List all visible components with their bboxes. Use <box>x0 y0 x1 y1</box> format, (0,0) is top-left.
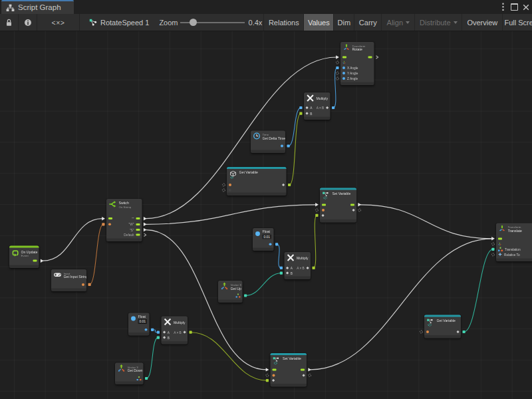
window-maximize-button[interactable] <box>508 0 520 14</box>
port-float[interactable] <box>342 72 345 74</box>
port-label: A <box>310 106 312 110</box>
port-label: B <box>168 336 170 340</box>
node-get-delta-time[interactable]: TimeGet Delta Time <box>251 131 285 154</box>
port-obj[interactable] <box>163 336 166 339</box>
zoom-slider-handle[interactable] <box>190 19 197 26</box>
node-port-row: B <box>304 111 331 116</box>
code-view-button[interactable]: <×> <box>37 14 79 31</box>
node-rotate[interactable]: TransformRotateX AngleY AngleZ Angle <box>340 42 374 85</box>
port-tmini[interactable] <box>342 60 346 65</box>
node-set-variable-mid[interactable]: Set Variable <box>320 188 356 223</box>
node-switch[interactable]: SwitchOn String"""W""S"Default <box>106 199 142 241</box>
node-float-bottom[interactable]: Float0.01 <box>128 313 150 336</box>
port-obj[interactable] <box>282 184 285 187</box>
kebab-menu-icon <box>502 3 504 11</box>
port-flow[interactable] <box>108 217 112 219</box>
port-string[interactable] <box>82 283 84 286</box>
port-string[interactable] <box>273 374 275 376</box>
port-flow[interactable] <box>136 223 140 225</box>
port-obj[interactable] <box>302 374 305 377</box>
node-port-row: Z Angle <box>340 76 374 81</box>
node-get-variable-top[interactable]: Get Variable <box>227 167 287 196</box>
port-float[interactable] <box>342 66 345 69</box>
node-multiply-bottom[interactable]: MultiplyAA × BB <box>162 317 188 344</box>
port-obj[interactable] <box>305 112 309 115</box>
port-obj[interactable] <box>326 106 329 110</box>
port-obj[interactable] <box>183 331 186 334</box>
port-v3[interactable] <box>498 247 503 251</box>
port-flow[interactable] <box>136 234 140 236</box>
window-menu-button[interactable] <box>497 0 508 14</box>
port-float[interactable] <box>342 77 345 80</box>
node-get-down[interactable]: Vector 3Get Down <box>115 363 144 385</box>
lock-button[interactable] <box>0 14 18 31</box>
port-obj[interactable] <box>286 267 289 270</box>
toolbar-button-relations[interactable]: Relations <box>264 14 303 31</box>
port-flow[interactable] <box>136 217 140 219</box>
port-obj[interactable] <box>352 209 355 212</box>
toolbar-button-label: Dim <box>338 19 351 27</box>
tab-script-graph[interactable]: Script Graph <box>1 0 74 14</box>
port-string[interactable] <box>426 331 429 333</box>
zoom-slider[interactable] <box>180 14 245 31</box>
node-port-row: Relative To <box>496 252 532 257</box>
port-float[interactable] <box>281 145 283 148</box>
port-string[interactable] <box>322 209 325 211</box>
port-label: Translation <box>505 247 521 251</box>
port-v3[interactable] <box>137 376 142 380</box>
node-multiply-mid[interactable]: MultiplyAA × BB <box>285 252 311 279</box>
toolbar-button-overview[interactable]: Overview <box>462 14 502 31</box>
node-get-input-string[interactable]: InputGet Input String <box>51 269 86 291</box>
info-button[interactable] <box>19 14 37 31</box>
port-float[interactable] <box>145 329 148 331</box>
var-set-icon <box>273 357 281 367</box>
port-obj[interactable] <box>456 331 460 334</box>
node-multiply-top[interactable]: MultiplyAA × BB <box>304 92 331 120</box>
node-title: Translate <box>508 229 522 233</box>
port-flow[interactable] <box>368 57 372 59</box>
port-label: Default <box>124 233 134 237</box>
node-get-variable-bottom[interactable]: Get Variable <box>424 315 461 338</box>
port-ghost[interactable] <box>228 188 231 192</box>
port-obj[interactable] <box>272 379 275 382</box>
port-obj[interactable] <box>286 271 289 275</box>
port-flow[interactable] <box>301 368 305 370</box>
toolbar-button-align[interactable]: Align <box>382 14 414 31</box>
port-relto[interactable] <box>498 252 502 257</box>
toolbar-button-distribute[interactable]: Distribute <box>415 14 462 31</box>
xmark-icon <box>164 318 172 327</box>
node-float-mid[interactable]: Float0.01 <box>253 228 274 251</box>
node-on-update[interactable]: On UpdateEvent <box>9 246 39 269</box>
node-get-up[interactable]: Vector 3Get Up <box>218 281 243 303</box>
port-flow[interactable] <box>136 229 140 231</box>
port-tmini[interactable] <box>498 241 501 247</box>
toolbar-button-values[interactable]: Values <box>304 14 333 31</box>
port-flow[interactable] <box>498 237 502 239</box>
port-flow[interactable] <box>350 203 354 205</box>
node-port-row <box>320 207 356 213</box>
toolbar-button-dim[interactable]: Dim <box>334 14 354 31</box>
window-close-button[interactable] <box>520 0 532 14</box>
node-translate[interactable]: TransformTranslateTranslationRelative To <box>496 223 532 262</box>
port-obj[interactable] <box>321 214 325 217</box>
port-obj[interactable] <box>305 106 309 110</box>
graph-selector[interactable]: RotateSpeed 1 <box>80 14 149 31</box>
node-layer: On UpdateEventInputGet Input StringSwitc… <box>0 0 532 399</box>
port-flow[interactable] <box>273 368 277 370</box>
node-header: TransformTranslate <box>499 225 532 233</box>
port-label: "S" <box>130 228 134 232</box>
port-flow[interactable] <box>33 260 37 262</box>
toolbar-button-carry[interactable]: Carry <box>354 14 381 31</box>
port-v3[interactable] <box>236 293 241 297</box>
port-string[interactable] <box>108 223 111 225</box>
port-flow[interactable] <box>342 57 346 59</box>
port-obj[interactable] <box>306 267 309 270</box>
node-set-variable-bottom[interactable]: Set Variable <box>271 353 307 387</box>
toolbar-button-full-screen[interactable]: Full Screen <box>503 14 532 31</box>
port-obj[interactable] <box>163 331 166 334</box>
port-flow[interactable] <box>322 203 326 205</box>
node-value-field[interactable]: 0.01 <box>263 235 271 239</box>
node-value-field[interactable]: 0.01 <box>138 319 147 324</box>
port-string[interactable] <box>229 184 231 186</box>
port-float[interactable] <box>269 243 272 245</box>
